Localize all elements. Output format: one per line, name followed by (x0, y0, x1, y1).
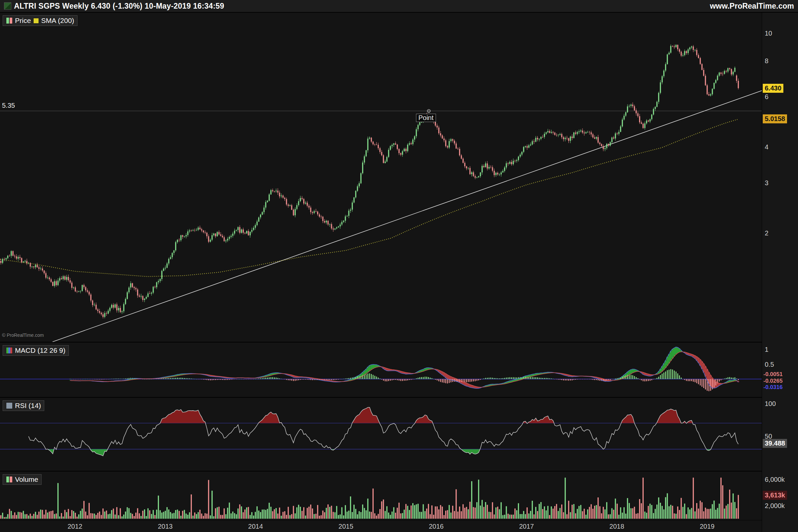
macd-legend[interactable]: MACD (12 26 9) (3, 345, 69, 356)
sma-legend-label: SMA (200) (41, 17, 74, 25)
time-axis[interactable]: 20122013201420152016201720182019 (0, 520, 762, 532)
volume-axis-tick: 2,000k (765, 502, 785, 509)
rsi-legend[interactable]: RSI (14) (3, 400, 44, 411)
rsi-chart-canvas[interactable] (0, 398, 762, 471)
prorealtime-window: ALTRI SGPS Weekly 6.430 (-1.30%) 10-May-… (0, 0, 798, 532)
volume-chart-canvas[interactable] (0, 472, 762, 520)
volume-icon (6, 476, 13, 483)
macd-panel[interactable]: MACD (12 26 9) (0, 342, 762, 397)
rsi-axis-tick: 50 (765, 432, 772, 440)
chart-title: ALTRI SGPS Weekly 6.430 (-1.30%) 10-May-… (14, 2, 224, 11)
point-annotation-label[interactable]: Point (416, 114, 436, 122)
year-label: 2017 (519, 523, 534, 530)
price-axis-tick: 2 (765, 229, 768, 237)
site-url-link[interactable]: www.ProRealTime.com (710, 2, 794, 11)
price-chart-canvas[interactable] (0, 13, 762, 342)
last-price-badge: 6.430 (763, 84, 783, 93)
rsi-legend-label: RSI (14) (15, 402, 41, 410)
macd-histogram-value: -0.0051 (763, 371, 783, 378)
volume-value-badge: 3,613k (763, 491, 787, 500)
price-icon (6, 17, 13, 24)
rsi-value-badge: 39.488 (763, 439, 787, 448)
sma-value-badge: 5.0158 (763, 114, 787, 124)
year-label: 2015 (339, 523, 354, 530)
rsi-icon (6, 402, 13, 409)
year-label: 2014 (248, 523, 263, 530)
price-axis-tick: 6 (765, 93, 768, 100)
macd-signal-value: -0.0265 (763, 378, 783, 384)
volume-legend[interactable]: Volume (3, 474, 41, 485)
macd-line-value: -0.0316 (763, 384, 783, 391)
macd-axis-tick: 1 (765, 346, 768, 354)
price-axis-tick: 8 (765, 57, 768, 65)
sma-icon (33, 18, 39, 24)
rsi-axis-tick: 100 (765, 400, 776, 407)
copyright-note: © ProRealTime.com (2, 332, 44, 338)
hline-price-label: 5.35 (1, 102, 16, 109)
year-label: 2012 (68, 523, 82, 530)
price-legend[interactable]: Price SMA (200) (3, 15, 77, 26)
year-label: 2018 (609, 523, 624, 530)
macd-chart-canvas[interactable] (0, 342, 762, 397)
price-axis[interactable]: 6.430 5.0158 -0.0051 -0.0265 -0.0316 39.… (762, 13, 798, 532)
price-legend-label: Price (15, 17, 31, 25)
year-label: 2019 (700, 523, 715, 530)
volume-axis-tick: 6,000k (765, 475, 785, 483)
price-axis-tick: 4 (765, 143, 768, 151)
title-bar: ALTRI SGPS Weekly 6.430 (-1.30%) 10-May-… (0, 0, 798, 13)
macd-icon (6, 347, 13, 354)
rsi-panel[interactable]: RSI (14) (0, 398, 762, 471)
chart-area: Price SMA (200) 5.35 Point © ProRealTime… (0, 13, 762, 532)
volume-legend-label: Volume (15, 475, 38, 483)
price-axis-tick: 10 (765, 30, 772, 37)
price-axis-tick: 3 (765, 179, 768, 187)
year-label: 2013 (158, 523, 173, 530)
volume-panel[interactable]: Volume (0, 472, 762, 520)
title-left: ALTRI SGPS Weekly 6.430 (-1.30%) 10-May-… (4, 2, 224, 11)
macd-legend-label: MACD (12 26 9) (15, 346, 65, 355)
app-icon (4, 2, 11, 10)
macd-axis-tick: 0.5 (765, 360, 774, 368)
price-panel[interactable]: Price SMA (200) 5.35 Point © ProRealTime… (0, 13, 762, 342)
year-label: 2016 (429, 523, 444, 530)
